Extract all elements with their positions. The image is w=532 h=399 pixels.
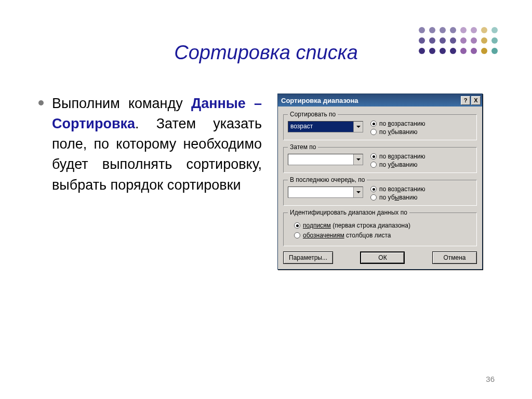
then-by-value bbox=[288, 154, 353, 165]
identify-label: Идентифицировать диапазон данных по bbox=[288, 209, 409, 216]
sort-dialog: Сортировка диапазона ? X Сортировать по … bbox=[277, 94, 483, 270]
ok-button[interactable]: ОК bbox=[360, 251, 405, 264]
dialog-titlebar[interactable]: Сортировка диапазона ? X bbox=[278, 94, 482, 107]
last-by-value bbox=[288, 187, 353, 197]
then-by-combo[interactable] bbox=[288, 154, 363, 165]
radio-asc-1[interactable]: по возрастанию bbox=[370, 120, 425, 127]
sort-by-group: Сортировать по возраст по возрастанию bbox=[283, 111, 477, 140]
close-button[interactable]: X bbox=[471, 96, 481, 105]
radio-desc-2[interactable]: по убыванию bbox=[370, 161, 425, 168]
bullet-item: Выполним команду Данные – Сортировка. За… bbox=[38, 94, 262, 195]
radio-desc-3[interactable]: по убыванию bbox=[370, 194, 425, 201]
slide-title: Сортировка списка bbox=[0, 42, 532, 64]
bullet-text: Выполним команду Данные – Сортировка. За… bbox=[52, 94, 262, 195]
radio-icon bbox=[294, 222, 300, 229]
sort-by-combo[interactable]: возраст bbox=[288, 121, 363, 132]
help-button[interactable]: ? bbox=[461, 96, 470, 105]
page-number: 36 bbox=[486, 375, 495, 383]
radio-icon bbox=[370, 153, 377, 159]
bullet-list: Выполним команду Данные – Сортировка. За… bbox=[38, 94, 262, 195]
then-by-label: Затем по bbox=[288, 143, 318, 151]
last-by-label: В последнюю очередь, по bbox=[288, 176, 367, 183]
radio-columns[interactable]: обозначениям столбцов листа bbox=[294, 232, 472, 239]
radio-headers[interactable]: подписям (первая строка диапазона) bbox=[294, 222, 472, 229]
cancel-button[interactable]: Отмена bbox=[432, 251, 477, 264]
options-button[interactable]: Параметры... bbox=[283, 251, 333, 264]
last-by-group: В последнюю очередь, по по возрастанию bbox=[283, 176, 477, 206]
sort-by-label: Сортировать по bbox=[288, 111, 338, 118]
radio-desc-1[interactable]: по убыванию bbox=[370, 128, 425, 136]
bullet-text-pre: Выполним команду bbox=[52, 96, 191, 111]
then-by-group: Затем по по возрастанию bbox=[283, 143, 477, 173]
radio-icon bbox=[370, 194, 377, 201]
last-by-combo[interactable] bbox=[288, 187, 363, 198]
identify-group: Идентифицировать диапазон данных по подп… bbox=[283, 209, 477, 246]
radio-icon bbox=[370, 129, 377, 135]
chevron-down-icon[interactable] bbox=[353, 187, 363, 197]
radio-icon bbox=[370, 121, 377, 127]
radio-icon bbox=[294, 232, 300, 238]
bullet-icon bbox=[38, 100, 44, 105]
dialog-title: Сортировка диапазона bbox=[281, 97, 358, 104]
radio-asc-2[interactable]: по возрастанию bbox=[370, 153, 425, 160]
radio-icon bbox=[370, 162, 377, 168]
radio-asc-3[interactable]: по возрастанию bbox=[370, 185, 425, 193]
chevron-down-icon[interactable] bbox=[353, 122, 363, 132]
chevron-down-icon[interactable] bbox=[353, 154, 363, 165]
radio-icon bbox=[370, 186, 377, 192]
sort-by-value: возраст bbox=[288, 122, 353, 132]
